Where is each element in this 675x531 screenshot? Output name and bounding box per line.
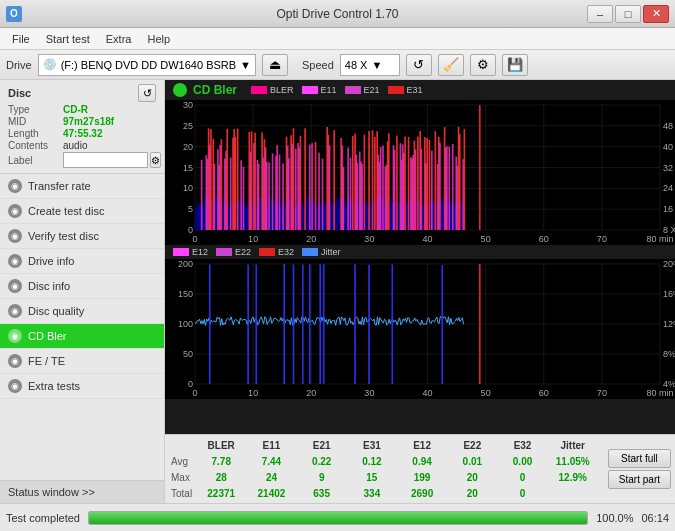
disc-label-label: Label (8, 155, 63, 166)
content-area: CD Bler BLER E11 E21 (165, 80, 675, 503)
stats-total-e31: 334 (347, 488, 397, 499)
close-button[interactable]: ✕ (643, 5, 669, 23)
main-layout: Disc ↺ Type CD-R MID 97m27s18f Length 47… (0, 80, 675, 503)
refresh-button[interactable]: ↺ (406, 54, 432, 76)
sidebar-item-disc-quality[interactable]: ◉ Disc quality (0, 299, 164, 324)
stats-max-bler: 28 (196, 472, 246, 483)
sidebar-item-drive-info-label: Drive info (28, 255, 74, 267)
title-bar: O Opti Drive Control 1.70 – □ ✕ (0, 0, 675, 28)
title-bar-title: Opti Drive Control 1.70 (276, 7, 398, 21)
legend-color-jitter (302, 248, 318, 256)
stats-avg-e31: 0.12 (347, 456, 397, 467)
maximize-button[interactable]: □ (615, 5, 641, 23)
sidebar-item-cd-bler[interactable]: ◉ CD Bler (0, 324, 164, 349)
drive-dropdown-arrow: ▼ (240, 59, 251, 71)
contents-value: audio (63, 140, 87, 151)
verify-test-disc-icon: ◉ (8, 229, 22, 243)
eject-button[interactable]: ⏏ (262, 54, 288, 76)
disc-quality-icon: ◉ (8, 304, 22, 318)
legend-color-e21 (345, 86, 361, 94)
type-value: CD-R (63, 104, 88, 115)
status-bar: Test completed 100.0% 06:14 (0, 503, 675, 531)
sidebar-item-create-test-disc[interactable]: ◉ Create test disc (0, 199, 164, 224)
status-percent: 100.0% (596, 512, 633, 524)
menu-help[interactable]: Help (139, 31, 178, 47)
menu-extra[interactable]: Extra (98, 31, 140, 47)
sidebar-item-disc-info[interactable]: ◉ Disc info (0, 274, 164, 299)
sidebar-item-create-test-disc-label: Create test disc (28, 205, 104, 217)
sidebar-item-drive-info[interactable]: ◉ Drive info (0, 249, 164, 274)
stats-max-e32: 0 (497, 472, 547, 483)
drive-selector[interactable]: 💿 (F:) BENQ DVD DD DW1640 BSRB ▼ (38, 54, 256, 76)
status-window-label: Status window >> (8, 486, 95, 498)
sidebar-item-extra-tests[interactable]: ◉ Extra tests (0, 374, 164, 399)
sidebar-item-fe-te[interactable]: ◉ FE / TE (0, 349, 164, 374)
options-button[interactable]: ⚙ (470, 54, 496, 76)
mid-value: 97m27s18f (63, 116, 114, 127)
stats-avg-e21: 0.22 (297, 456, 347, 467)
sidebar-item-disc-info-label: Disc info (28, 280, 70, 292)
legend-e31: E31 (388, 85, 423, 95)
menu-file[interactable]: File (4, 31, 38, 47)
disc-refresh-button[interactable]: ↺ (138, 84, 156, 102)
type-label: Type (8, 104, 63, 115)
save-button[interactable]: 💾 (502, 54, 528, 76)
legend-e11: E11 (302, 85, 337, 95)
stats-header-e32: E32 (497, 440, 547, 451)
stats-header-e21: E21 (297, 440, 347, 451)
legend-e22: E22 (216, 247, 251, 257)
length-label: Length (8, 128, 63, 139)
legend-label-e21: E21 (364, 85, 380, 95)
minimize-button[interactable]: – (587, 5, 613, 23)
bottom-chart-canvas (165, 259, 675, 399)
speed-selector[interactable]: 48 X ▼ (340, 54, 400, 76)
chart-title-bar-top: CD Bler BLER E11 E21 (165, 80, 675, 100)
transfer-rate-icon: ◉ (8, 179, 22, 193)
sidebar-item-verify-test-disc[interactable]: ◉ Verify test disc (0, 224, 164, 249)
speed-value: 48 X (345, 59, 368, 71)
extra-tests-icon: ◉ (8, 379, 22, 393)
status-time: 06:14 (641, 512, 669, 524)
legend-label-e22: E22 (235, 247, 251, 257)
legend-label-jitter: Jitter (321, 247, 341, 257)
drive-info-icon: ◉ (8, 254, 22, 268)
stats-max-row: Max 28 24 9 15 199 20 0 12.9% (171, 469, 598, 485)
menu-start-test[interactable]: Start test (38, 31, 98, 47)
label-settings-button[interactable]: ⚙ (150, 152, 161, 168)
status-text: Test completed (6, 512, 80, 524)
chart-title-top: CD Bler (193, 83, 237, 97)
sidebar-nav: ◉ Transfer rate ◉ Create test disc ◉ Ver… (0, 174, 164, 480)
legend-bler: BLER (251, 85, 294, 95)
menu-bar: File Start test Extra Help (0, 28, 675, 50)
stats-area: BLER E11 E21 E31 E12 E22 E32 Jitter Avg … (165, 434, 675, 503)
legend-color-bler (251, 86, 267, 94)
stats-total-label: Total (171, 488, 196, 499)
sidebar-item-transfer-rate-label: Transfer rate (28, 180, 91, 192)
legend-e12: E12 (173, 247, 208, 257)
erase-button[interactable]: 🧹 (438, 54, 464, 76)
stats-total-e22: 20 (447, 488, 497, 499)
sidebar-item-verify-test-disc-label: Verify test disc (28, 230, 99, 242)
status-window-button[interactable]: Status window >> (0, 480, 164, 503)
start-part-button[interactable]: Start part (608, 470, 671, 489)
sidebar-item-disc-quality-label: Disc quality (28, 305, 84, 317)
stats-avg-bler: 7.78 (196, 456, 246, 467)
disc-label-input[interactable] (63, 152, 148, 168)
stats-avg-row: Avg 7.78 7.44 0.22 0.12 0.94 0.01 0.00 1… (171, 453, 598, 469)
sidebar-item-fe-te-label: FE / TE (28, 355, 65, 367)
stats-avg-jitter: 11.05% (548, 456, 598, 467)
legend-label-e32: E32 (278, 247, 294, 257)
start-full-button[interactable]: Start full (608, 449, 671, 468)
stats-header-row: BLER E11 E21 E31 E12 E22 E32 Jitter (171, 437, 598, 453)
title-bar-buttons: – □ ✕ (587, 5, 669, 23)
sidebar-item-transfer-rate[interactable]: ◉ Transfer rate (0, 174, 164, 199)
stats-avg-e32: 0.00 (497, 456, 547, 467)
legend-label-e31: E31 (407, 85, 423, 95)
top-chart-canvas (165, 100, 675, 245)
legend-color-e11 (302, 86, 318, 94)
stats-total-bler: 22371 (196, 488, 246, 499)
stats-avg-label: Avg (171, 456, 196, 467)
stats-table: BLER E11 E21 E31 E12 E22 E32 Jitter Avg … (165, 435, 604, 503)
create-test-disc-icon: ◉ (8, 204, 22, 218)
stats-avg-e12: 0.94 (397, 456, 447, 467)
